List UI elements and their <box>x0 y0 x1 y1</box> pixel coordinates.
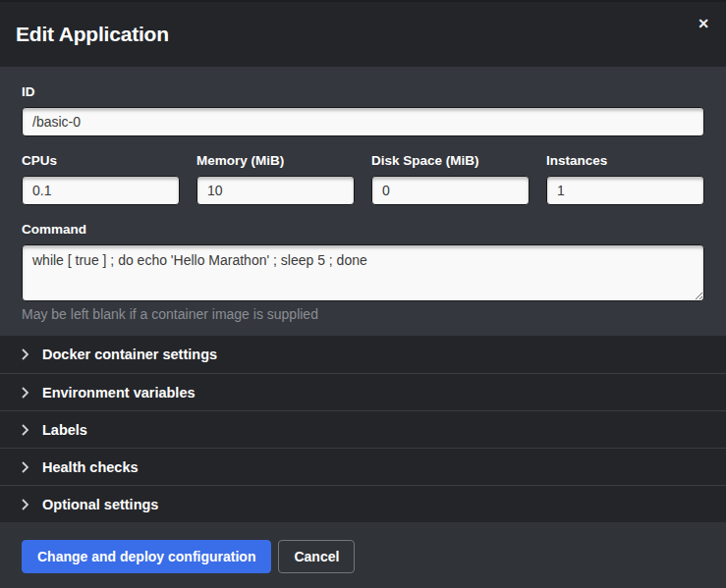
resources-row: CPUs Memory (MiB) Disk Space (MiB) Insta… <box>22 153 704 205</box>
memory-field-group: Memory (MiB) <box>196 153 355 205</box>
modal-header: Edit Application ✕ <box>0 2 726 67</box>
close-icon[interactable]: ✕ <box>698 17 709 30</box>
cancel-button[interactable]: Cancel <box>278 540 355 573</box>
section-label: Health checks <box>42 459 139 475</box>
change-and-deploy-button[interactable]: Change and deploy configuration <box>22 540 271 573</box>
section-row-optional-settings[interactable]: Optional settings <box>0 485 726 522</box>
disk-space-input[interactable] <box>371 176 530 205</box>
id-input[interactable] <box>22 107 704 136</box>
modal-footer: Change and deploy configuration Cancel <box>0 522 726 588</box>
section-row-docker-container-settings[interactable]: Docker container settings <box>0 336 726 373</box>
chevron-right-icon <box>21 499 29 510</box>
cpus-field-group: CPUs <box>22 153 180 205</box>
disk-space-label: Disk Space (MiB) <box>371 153 530 168</box>
section-label: Environment variables <box>42 385 195 401</box>
memory-input[interactable] <box>196 176 355 205</box>
chevron-right-icon <box>21 461 29 473</box>
section-label: Docker container settings <box>42 347 217 362</box>
command-field-group: Command while [ true ] ; do echo 'Hello … <box>22 222 704 322</box>
section-row-labels[interactable]: Labels <box>0 410 726 448</box>
application-form: ID CPUs Memory (MiB) Disk Space (MiB) In… <box>0 67 726 322</box>
collapsible-sections: Docker container settings Environment va… <box>0 336 726 522</box>
instances-field-group: Instances <box>546 153 704 205</box>
section-label: Labels <box>42 422 87 438</box>
section-label: Optional settings <box>42 497 158 512</box>
section-row-health-checks[interactable]: Health checks <box>0 448 726 485</box>
chevron-right-icon <box>21 424 29 436</box>
instances-label: Instances <box>546 153 704 168</box>
id-field-group: ID <box>22 84 704 136</box>
chevron-right-icon <box>21 348 29 360</box>
command-label: Command <box>22 222 704 237</box>
cpus-input[interactable] <box>22 176 180 205</box>
edit-application-modal: Edit Application ✕ ID CPUs Memory (MiB) … <box>0 0 726 588</box>
memory-label: Memory (MiB) <box>196 153 355 168</box>
modal-title: Edit Application <box>16 23 169 46</box>
command-textarea[interactable]: while [ true ] ; do echo 'Hello Marathon… <box>22 244 704 301</box>
command-help-text: May be left blank if a container image i… <box>22 306 704 322</box>
cpus-label: CPUs <box>22 153 180 168</box>
section-row-environment-variables[interactable]: Environment variables <box>0 373 726 410</box>
chevron-right-icon <box>21 387 29 399</box>
disk-space-field-group: Disk Space (MiB) <box>371 153 530 205</box>
id-label: ID <box>22 84 704 99</box>
instances-input[interactable] <box>546 176 704 205</box>
